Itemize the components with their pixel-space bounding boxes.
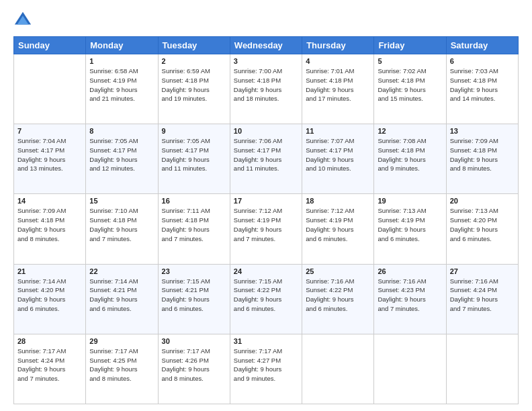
day-number: 21 xyxy=(17,267,82,275)
logo xyxy=(13,11,35,30)
calendar-cell xyxy=(374,334,446,404)
day-detail: Sunrise: 7:10 AM Sunset: 4:18 PM Dayligh… xyxy=(89,206,154,243)
calendar-cell: 16Sunrise: 7:11 AM Sunset: 4:18 PM Dayli… xyxy=(158,194,230,264)
day-number: 25 xyxy=(306,267,370,275)
day-number: 29 xyxy=(89,337,154,345)
day-number: 20 xyxy=(450,197,515,205)
day-number: 5 xyxy=(378,57,442,65)
day-number: 31 xyxy=(234,337,298,345)
day-number: 22 xyxy=(89,267,154,275)
calendar-cell: 9Sunrise: 7:05 AM Sunset: 4:17 PM Daylig… xyxy=(158,124,230,194)
day-number: 6 xyxy=(450,57,515,65)
day-number: 8 xyxy=(89,127,154,135)
day-number: 3 xyxy=(234,57,298,65)
calendar-cell: 1Sunrise: 6:58 AM Sunset: 4:19 PM Daylig… xyxy=(86,54,158,124)
day-detail: Sunrise: 7:00 AM Sunset: 4:18 PM Dayligh… xyxy=(234,66,298,103)
day-detail: Sunrise: 7:13 AM Sunset: 4:20 PM Dayligh… xyxy=(450,206,515,243)
day-detail: Sunrise: 7:16 AM Sunset: 4:23 PM Dayligh… xyxy=(378,277,442,314)
calendar-header-row: SundayMondayTuesdayWednesdayThursdayFrid… xyxy=(14,37,519,54)
calendar-cell: 24Sunrise: 7:15 AM Sunset: 4:22 PM Dayli… xyxy=(230,264,302,334)
day-detail: Sunrise: 7:09 AM Sunset: 4:18 PM Dayligh… xyxy=(17,206,82,243)
calendar-header-thursday: Thursday xyxy=(302,37,374,54)
calendar-header-tuesday: Tuesday xyxy=(158,37,230,54)
calendar-cell: 3Sunrise: 7:00 AM Sunset: 4:18 PM Daylig… xyxy=(230,54,302,124)
calendar-cell: 30Sunrise: 7:17 AM Sunset: 4:26 PM Dayli… xyxy=(158,334,230,404)
day-detail: Sunrise: 7:04 AM Sunset: 4:17 PM Dayligh… xyxy=(17,136,82,173)
day-number: 24 xyxy=(234,267,298,275)
day-detail: Sunrise: 7:17 AM Sunset: 4:25 PM Dayligh… xyxy=(89,347,154,383)
day-detail: Sunrise: 7:06 AM Sunset: 4:17 PM Dayligh… xyxy=(234,136,298,173)
day-number: 26 xyxy=(378,267,442,275)
calendar-cell: 11Sunrise: 7:07 AM Sunset: 4:17 PM Dayli… xyxy=(302,124,374,194)
calendar-header-monday: Monday xyxy=(86,37,158,54)
calendar-cell: 2Sunrise: 6:59 AM Sunset: 4:18 PM Daylig… xyxy=(158,54,230,124)
day-number: 19 xyxy=(378,197,442,205)
day-number: 2 xyxy=(162,57,226,65)
day-detail: Sunrise: 7:17 AM Sunset: 4:27 PM Dayligh… xyxy=(234,347,298,383)
day-number: 17 xyxy=(234,197,298,205)
day-number: 15 xyxy=(89,197,154,205)
day-number: 11 xyxy=(306,127,370,135)
calendar-cell: 22Sunrise: 7:14 AM Sunset: 4:21 PM Dayli… xyxy=(86,264,158,334)
calendar-cell: 23Sunrise: 7:15 AM Sunset: 4:21 PM Dayli… xyxy=(158,264,230,334)
day-number: 14 xyxy=(17,197,82,205)
day-detail: Sunrise: 7:09 AM Sunset: 4:18 PM Dayligh… xyxy=(450,136,515,173)
calendar-cell: 17Sunrise: 7:12 AM Sunset: 4:19 PM Dayli… xyxy=(230,194,302,264)
day-number: 18 xyxy=(306,197,370,205)
day-detail: Sunrise: 7:12 AM Sunset: 4:19 PM Dayligh… xyxy=(306,206,370,243)
calendar-cell: 31Sunrise: 7:17 AM Sunset: 4:27 PM Dayli… xyxy=(230,334,302,404)
day-detail: Sunrise: 7:05 AM Sunset: 4:17 PM Dayligh… xyxy=(162,136,226,173)
day-detail: Sunrise: 7:14 AM Sunset: 4:20 PM Dayligh… xyxy=(17,277,82,314)
day-detail: Sunrise: 7:15 AM Sunset: 4:21 PM Dayligh… xyxy=(162,277,226,314)
day-detail: Sunrise: 7:16 AM Sunset: 4:24 PM Dayligh… xyxy=(450,277,515,314)
logo-icon xyxy=(13,11,32,30)
calendar-cell: 5Sunrise: 7:02 AM Sunset: 4:18 PM Daylig… xyxy=(374,54,446,124)
calendar-week-3: 14Sunrise: 7:09 AM Sunset: 4:18 PM Dayli… xyxy=(14,194,519,264)
calendar-cell: 15Sunrise: 7:10 AM Sunset: 4:18 PM Dayli… xyxy=(86,194,158,264)
calendar-week-2: 7Sunrise: 7:04 AM Sunset: 4:17 PM Daylig… xyxy=(14,124,519,194)
calendar-cell: 20Sunrise: 7:13 AM Sunset: 4:20 PM Dayli… xyxy=(446,194,518,264)
day-number: 16 xyxy=(162,197,226,205)
day-detail: Sunrise: 7:14 AM Sunset: 4:21 PM Dayligh… xyxy=(89,277,154,314)
day-number: 4 xyxy=(306,57,370,65)
day-number: 23 xyxy=(162,267,226,275)
day-detail: Sunrise: 7:16 AM Sunset: 4:22 PM Dayligh… xyxy=(306,277,370,314)
day-detail: Sunrise: 7:15 AM Sunset: 4:22 PM Dayligh… xyxy=(234,277,298,314)
day-detail: Sunrise: 7:17 AM Sunset: 4:26 PM Dayligh… xyxy=(162,347,226,383)
calendar-header-friday: Friday xyxy=(374,37,446,54)
calendar-cell: 10Sunrise: 7:06 AM Sunset: 4:17 PM Dayli… xyxy=(230,124,302,194)
calendar-header-sunday: Sunday xyxy=(14,37,86,54)
day-number: 9 xyxy=(162,127,226,135)
calendar-cell: 13Sunrise: 7:09 AM Sunset: 4:18 PM Dayli… xyxy=(446,124,518,194)
calendar-week-4: 21Sunrise: 7:14 AM Sunset: 4:20 PM Dayli… xyxy=(14,264,519,334)
day-number: 1 xyxy=(89,57,154,65)
day-detail: Sunrise: 7:03 AM Sunset: 4:18 PM Dayligh… xyxy=(450,66,515,103)
day-detail: Sunrise: 7:01 AM Sunset: 4:18 PM Dayligh… xyxy=(306,66,370,103)
calendar-cell: 7Sunrise: 7:04 AM Sunset: 4:17 PM Daylig… xyxy=(14,124,86,194)
calendar-cell: 27Sunrise: 7:16 AM Sunset: 4:24 PM Dayli… xyxy=(446,264,518,334)
calendar-cell: 6Sunrise: 7:03 AM Sunset: 4:18 PM Daylig… xyxy=(446,54,518,124)
day-detail: Sunrise: 7:11 AM Sunset: 4:18 PM Dayligh… xyxy=(162,206,226,243)
calendar-cell: 12Sunrise: 7:08 AM Sunset: 4:18 PM Dayli… xyxy=(374,124,446,194)
calendar-cell: 19Sunrise: 7:13 AM Sunset: 4:19 PM Dayli… xyxy=(374,194,446,264)
calendar-cell xyxy=(302,334,374,404)
calendar-week-5: 28Sunrise: 7:17 AM Sunset: 4:24 PM Dayli… xyxy=(14,334,519,404)
day-detail: Sunrise: 7:07 AM Sunset: 4:17 PM Dayligh… xyxy=(306,136,370,173)
calendar-cell xyxy=(14,54,86,124)
calendar-cell: 18Sunrise: 7:12 AM Sunset: 4:19 PM Dayli… xyxy=(302,194,374,264)
calendar-cell: 14Sunrise: 7:09 AM Sunset: 4:18 PM Dayli… xyxy=(14,194,86,264)
day-number: 7 xyxy=(17,127,82,135)
calendar-cell: 26Sunrise: 7:16 AM Sunset: 4:23 PM Dayli… xyxy=(374,264,446,334)
day-number: 13 xyxy=(450,127,515,135)
calendar-cell: 4Sunrise: 7:01 AM Sunset: 4:18 PM Daylig… xyxy=(302,54,374,124)
day-number: 12 xyxy=(378,127,442,135)
calendar-cell: 29Sunrise: 7:17 AM Sunset: 4:25 PM Dayli… xyxy=(86,334,158,404)
day-detail: Sunrise: 7:08 AM Sunset: 4:18 PM Dayligh… xyxy=(378,136,442,173)
calendar-cell: 8Sunrise: 7:05 AM Sunset: 4:17 PM Daylig… xyxy=(86,124,158,194)
calendar-header-saturday: Saturday xyxy=(446,37,518,54)
calendar-week-1: 1Sunrise: 6:58 AM Sunset: 4:19 PM Daylig… xyxy=(14,54,519,124)
day-number: 28 xyxy=(17,337,82,345)
day-detail: Sunrise: 7:02 AM Sunset: 4:18 PM Dayligh… xyxy=(378,66,442,103)
day-detail: Sunrise: 6:59 AM Sunset: 4:18 PM Dayligh… xyxy=(162,66,226,103)
calendar-cell: 28Sunrise: 7:17 AM Sunset: 4:24 PM Dayli… xyxy=(14,334,86,404)
